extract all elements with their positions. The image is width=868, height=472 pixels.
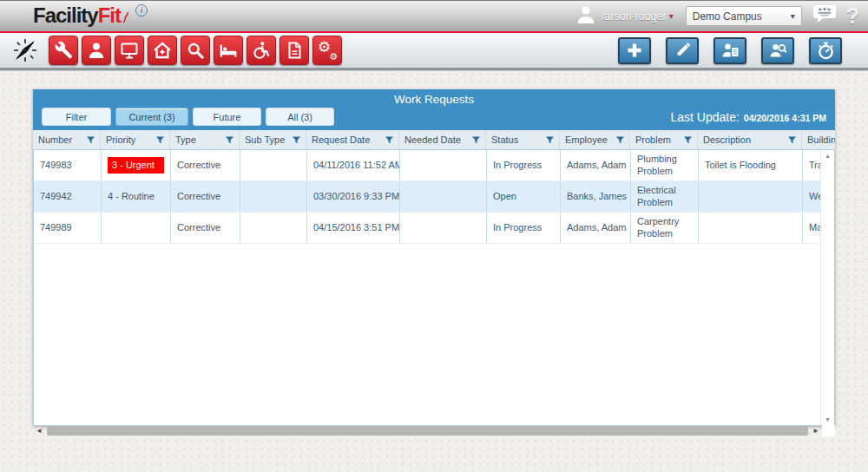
wheelchair-icon <box>252 41 271 60</box>
cell-building: West <box>803 181 822 212</box>
work-order-wrench-button[interactable] <box>49 36 78 65</box>
user-name[interactable]: larson-rodger <box>602 10 666 23</box>
add-button[interactable] <box>618 37 651 64</box>
table-row[interactable]: 749989 Corrective 04/15/2016 3:51 PM In … <box>34 213 822 244</box>
column-header-number[interactable]: Number <box>33 130 101 149</box>
cell-employee: Adams, Adam <box>561 150 631 180</box>
filter-icon[interactable] <box>289 136 300 144</box>
column-header-description[interactable]: Description <box>698 130 802 149</box>
filter-icon[interactable] <box>83 136 95 144</box>
cell-sub-type <box>240 213 307 243</box>
panel-tab-row: Filter Current (3) Future All (3) Last U… <box>33 107 835 130</box>
campus-select[interactable]: Demo Campus ▾ <box>686 6 802 26</box>
cell-number: 749983 <box>34 150 102 180</box>
column-header-employee[interactable]: Employee <box>560 130 630 149</box>
user-menu-caret-icon[interactable]: ▾ <box>669 11 674 21</box>
logo-facility-text: Facility <box>33 3 98 28</box>
settings-button[interactable]: ⚙ ⚙ <box>312 36 342 65</box>
cell-status: In Progress <box>487 150 561 180</box>
search-button[interactable] <box>181 36 210 65</box>
column-header-type[interactable]: Type <box>170 130 240 149</box>
tab-future[interactable]: Future <box>193 108 261 126</box>
cell-status: Open <box>487 181 561 212</box>
compass-icon[interactable] <box>12 37 38 63</box>
cell-needed-date <box>400 213 487 243</box>
help-button[interactable]: ? <box>846 5 859 27</box>
column-header-needed-date[interactable]: Needed Date <box>399 130 486 149</box>
cell-description <box>699 213 803 243</box>
technician-button[interactable] <box>82 36 111 65</box>
chat-icon[interactable] <box>812 4 838 28</box>
filter-icon[interactable] <box>542 136 554 144</box>
cell-priority: 4 - Routine <box>102 181 171 212</box>
tab-all[interactable]: All (3) <box>266 108 334 126</box>
top-header-bar: FacilityFit i larson-rodger ▾ Demo Campu… <box>0 0 868 31</box>
cell-request-date: 03/30/2016 9:33 PM <box>307 181 400 212</box>
logo-fit-text: Fit <box>98 3 121 28</box>
stopwatch-button[interactable] <box>809 37 842 64</box>
header-right-group: larson-rodger ▾ Demo Campus ▾ ? <box>575 4 859 29</box>
cell-problem: Plumbing Problem <box>631 150 699 180</box>
filter-icon[interactable] <box>382 136 393 144</box>
cell-number: 749942 <box>34 181 102 212</box>
column-header-priority[interactable]: Priority <box>101 130 170 149</box>
filter-icon[interactable] <box>785 136 796 144</box>
campus-select-value: Demo Campus <box>693 10 762 23</box>
horizontal-scroll-thumb[interactable] <box>47 426 808 436</box>
home-add-button[interactable] <box>148 36 177 65</box>
cell-problem: Carpentry Problem <box>631 213 699 243</box>
filter-icon[interactable] <box>613 136 624 144</box>
cell-request-date: 04/15/2016 3:51 PM <box>307 213 400 243</box>
column-header-status[interactable]: Status <box>486 130 560 149</box>
scroll-down-arrow-icon[interactable]: ▼ <box>821 416 834 423</box>
bed-icon <box>219 41 238 60</box>
tab-current[interactable]: Current (3) <box>115 108 188 126</box>
document-button[interactable] <box>279 36 309 65</box>
document-icon <box>285 41 304 60</box>
column-header-problem[interactable]: Problem <box>630 130 698 149</box>
cell-needed-date <box>400 150 487 180</box>
scroll-up-arrow-icon[interactable]: ▲ <box>821 153 834 159</box>
assign-person-button[interactable] <box>713 37 746 64</box>
scroll-right-arrow-icon[interactable]: ► <box>810 427 822 435</box>
cell-needed-date <box>400 181 487 212</box>
bed-button[interactable] <box>214 36 243 65</box>
cell-description <box>699 181 803 212</box>
cell-building: Train <box>803 150 822 180</box>
edit-button[interactable] <box>666 37 699 64</box>
plus-icon <box>626 42 643 59</box>
filter-icon[interactable] <box>469 136 480 144</box>
vertical-scrollbar[interactable]: ▲ ▼ <box>820 150 834 425</box>
pencil-icon <box>674 42 691 59</box>
table-body: 749983 3 - Urgent Corrective 04/11/2016 … <box>33 150 835 426</box>
logo-squiggle-icon <box>122 5 129 30</box>
work-requests-panel: Work Requests Filter Current (3) Future … <box>33 89 835 426</box>
toolbar-shadow-band <box>0 68 868 71</box>
table-row[interactable]: 749983 3 - Urgent Corrective 04/11/2016 … <box>34 150 822 181</box>
user-avatar-icon <box>575 4 596 29</box>
cell-priority: 3 - Urgent <box>102 150 171 180</box>
filter-icon[interactable] <box>681 136 692 144</box>
cell-employee: Adams, Adam <box>561 213 631 243</box>
cell-type: Corrective <box>171 150 240 180</box>
cell-type: Corrective <box>171 213 240 243</box>
column-header-sub-type[interactable]: Sub Type <box>240 130 306 149</box>
column-header-request-date[interactable]: Request Date <box>306 130 399 149</box>
accessibility-button[interactable] <box>247 36 276 65</box>
urgent-priority-badge: 3 - Urgent <box>108 157 164 174</box>
filter-icon[interactable] <box>222 136 233 144</box>
column-header-building[interactable]: Building <box>802 130 835 149</box>
cell-employee: Banks, James <box>561 181 631 212</box>
horizontal-scrollbar[interactable]: ◄ ► <box>33 425 835 436</box>
gears-icon: ⚙ ⚙ <box>318 41 337 60</box>
person-search-button[interactable] <box>761 37 794 64</box>
filter-icon[interactable] <box>153 136 164 144</box>
table-row[interactable]: 749942 4 - Routine Corrective 03/30/2016… <box>34 181 822 213</box>
monitor-button[interactable] <box>115 36 144 65</box>
info-icon[interactable]: i <box>135 4 148 16</box>
scroll-left-arrow-icon[interactable]: ◄ <box>33 427 45 435</box>
cell-sub-type <box>240 150 307 180</box>
tab-filter[interactable]: Filter <box>42 108 111 126</box>
cell-number: 749989 <box>34 213 102 243</box>
cell-type: Corrective <box>171 181 240 212</box>
